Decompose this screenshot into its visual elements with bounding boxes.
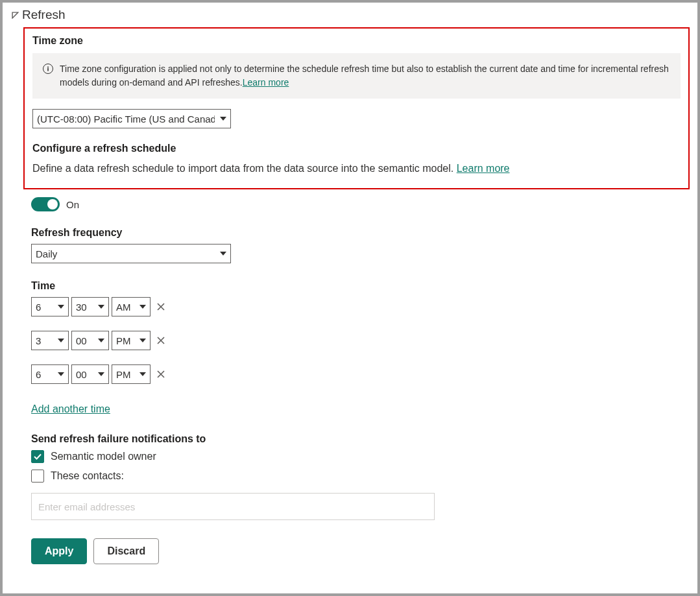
timezone-select[interactable]: (UTC-08:00) Pacific Time (US and Canada) [32,109,231,128]
schedule-learn-more-link[interactable]: Learn more [457,163,510,174]
remove-time-2[interactable] [156,369,166,379]
add-another-time-link[interactable]: Add another time [31,403,110,415]
highlighted-region: Time zone Time zone configuration is app… [23,27,690,189]
timezone-learn-more-link[interactable]: Learn more [243,77,289,88]
hour-select-1[interactable]: 3 [31,331,69,350]
timezone-heading: Time zone [32,35,681,47]
schedule-toggle-row: On [31,197,690,211]
section-title: Refresh [22,8,66,22]
svg-rect-1 [47,68,49,71]
info-icon [43,64,53,74]
time-row-1: 3 00 PM [31,331,690,350]
frequency-select[interactable]: Daily [31,244,231,263]
refresh-settings-panel: Refresh Time zone Time zone configuratio… [3,3,697,593]
owner-check-row: Semantic model owner [31,450,690,463]
ampm-select-2[interactable]: PM [112,364,151,384]
contacts-email-input[interactable] [31,493,435,520]
discard-button[interactable]: Discard [93,538,159,564]
schedule-toggle-label: On [66,199,79,210]
schedule-toggle[interactable] [31,197,60,211]
owner-checkbox[interactable] [31,450,44,463]
info-text-container: Time zone configuration is applied not o… [60,62,670,89]
time-row-2: 6 00 PM [31,364,690,384]
settings-content: On Refresh frequency Daily Time 6 30 AM … [31,197,690,564]
notifications-heading: Send refresh failure notifications to [31,433,690,445]
minute-select-0[interactable]: 30 [71,297,109,316]
ampm-select-0[interactable]: AM [112,297,151,316]
schedule-heading: Configure a refresh schedule [32,143,681,154]
hour-select-0[interactable]: 6 [31,297,69,316]
contacts-checkbox[interactable] [31,470,44,483]
frequency-label: Refresh frequency [31,227,690,239]
contacts-check-label: These contacts: [51,470,124,482]
minute-select-1[interactable]: 00 [71,331,109,350]
remove-time-1[interactable] [156,335,166,346]
section-header[interactable]: Refresh [10,8,690,22]
time-row-0: 6 30 AM [31,297,690,316]
apply-button[interactable]: Apply [31,538,87,564]
schedule-description-row: Define a data refresh schedule to import… [32,161,681,176]
ampm-select-1[interactable]: PM [112,331,151,350]
timezone-info-text: Time zone configuration is applied not o… [60,64,669,88]
time-label: Time [31,280,690,292]
schedule-description: Define a data refresh schedule to import… [32,163,457,174]
expand-collapse-icon[interactable] [10,10,19,19]
hour-select-2[interactable]: 6 [31,364,69,384]
svg-point-0 [47,67,49,68]
minute-select-2[interactable]: 00 [71,364,109,384]
timezone-info-bar: Time zone configuration is applied not o… [32,53,681,99]
owner-check-label: Semantic model owner [51,451,156,462]
action-buttons: Apply Discard [31,538,690,564]
contacts-check-row: These contacts: [31,470,690,483]
remove-time-0[interactable] [156,302,166,312]
